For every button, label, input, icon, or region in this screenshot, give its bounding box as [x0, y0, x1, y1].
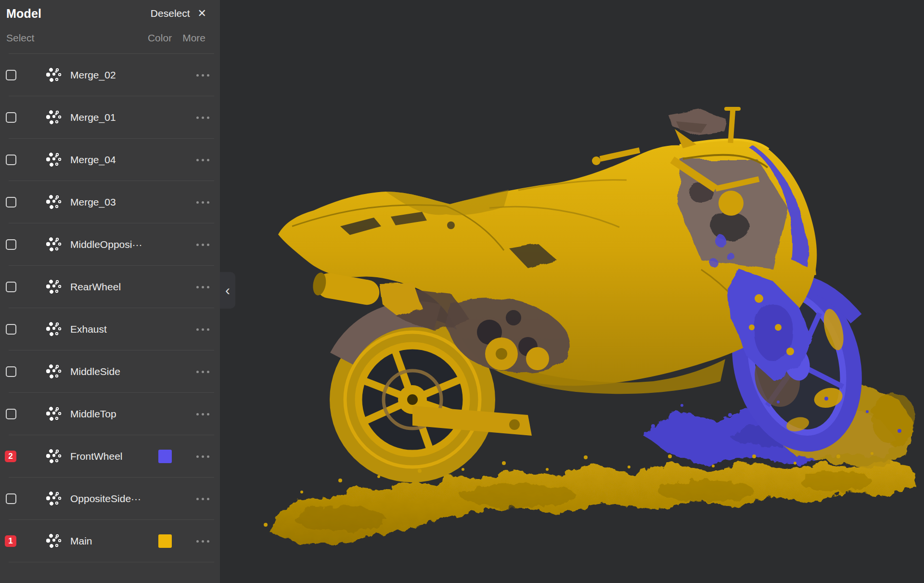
item-label[interactable]: MiddleOpposi···: [70, 239, 193, 250]
list-item-oppositeside: OppositeSide···: [0, 478, 220, 520]
more-options-icon[interactable]: [193, 68, 212, 82]
selection-order-badge: 1: [5, 535, 16, 547]
item-label[interactable]: Merge_03: [70, 196, 193, 208]
item-checkbox[interactable]: [6, 197, 16, 207]
item-checkbox[interactable]: [6, 366, 16, 377]
color-column-label: Color: [148, 32, 172, 44]
deselect-button[interactable]: Deselect: [151, 8, 190, 19]
more-options-icon[interactable]: [193, 492, 212, 506]
item-checkbox[interactable]: [6, 70, 16, 80]
more-options-icon[interactable]: [193, 364, 212, 379]
point-cloud-icon: [46, 67, 63, 83]
model-panel: Model Deselect ✕ Select Color More Merge…: [0, 0, 220, 583]
item-label[interactable]: FrontWheel: [70, 451, 158, 462]
list-item-frontwheel: 2 FrontWheel: [0, 435, 220, 478]
more-options-icon[interactable]: [193, 153, 212, 167]
more-options-icon[interactable]: [193, 449, 212, 464]
panel-title: Model: [6, 7, 41, 21]
list-item-merge-04: Merge_04: [0, 139, 220, 181]
point-cloud-icon: [46, 491, 63, 507]
point-cloud-icon: [46, 321, 63, 337]
item-label[interactable]: Merge_04: [70, 154, 193, 166]
list-item-merge-02: Merge_02: [0, 54, 220, 96]
item-label[interactable]: Merge_01: [70, 112, 193, 123]
list-item-middleopposite: MiddleOpposi···: [0, 223, 220, 266]
item-label[interactable]: Exhaust: [70, 324, 193, 335]
more-column-label: More: [182, 32, 205, 44]
panel-header: Model Deselect ✕: [0, 0, 220, 22]
model-list: Merge_02 Merge_01 Merge_04 Merge_03: [0, 54, 220, 562]
panel-collapse-button[interactable]: ‹: [220, 272, 235, 309]
item-label[interactable]: Main: [70, 535, 158, 547]
item-color-swatch[interactable]: [158, 450, 172, 463]
item-label[interactable]: MiddleSide: [70, 366, 193, 377]
item-color-swatch[interactable]: [158, 534, 172, 548]
point-cloud-icon: [46, 279, 63, 295]
point-cloud-icon: [46, 236, 63, 253]
item-checkbox[interactable]: [6, 409, 16, 419]
list-item-main: 1 Main: [0, 520, 220, 562]
more-options-icon[interactable]: [193, 280, 212, 294]
item-checkbox[interactable]: [6, 112, 16, 123]
item-label[interactable]: Merge_02: [70, 69, 193, 81]
point-cloud-icon: [46, 448, 63, 465]
more-options-icon[interactable]: [193, 322, 212, 337]
list-item-exhaust: Exhaust: [0, 308, 220, 350]
point-cloud-icon: [46, 406, 63, 422]
point-cloud-icon: [46, 533, 63, 549]
point-cloud-icon: [46, 109, 63, 126]
viewport-3d[interactable]: [220, 0, 924, 583]
close-icon[interactable]: ✕: [198, 8, 206, 19]
more-options-icon[interactable]: [193, 110, 212, 125]
select-column-label: Select: [6, 32, 34, 44]
item-label[interactable]: OppositeSide···: [70, 493, 193, 505]
item-checkbox[interactable]: [6, 239, 16, 250]
list-item-rearwheel: RearWheel: [0, 266, 220, 308]
item-label[interactable]: RearWheel: [70, 281, 193, 293]
point-cloud-icon: [46, 363, 63, 380]
more-options-icon[interactable]: [193, 195, 212, 209]
scan-scene: [220, 0, 924, 583]
more-options-icon[interactable]: [193, 237, 212, 252]
panel-column-headers: Select Color More: [0, 22, 220, 54]
list-item-merge-01: Merge_01: [0, 96, 220, 139]
list-item-middletop: MiddleTop: [0, 393, 220, 435]
more-options-icon[interactable]: [193, 407, 212, 421]
more-options-icon[interactable]: [193, 534, 212, 548]
item-checkbox[interactable]: [6, 155, 16, 165]
item-checkbox[interactable]: [6, 493, 16, 504]
selection-order-badge: 2: [5, 451, 16, 462]
list-item-middleside: MiddleSide: [0, 350, 220, 393]
chevron-left-icon: ‹: [225, 282, 230, 298]
point-cloud-icon: [46, 194, 63, 210]
list-item-merge-03: Merge_03: [0, 181, 220, 223]
point-cloud-icon: [46, 152, 63, 168]
item-label[interactable]: MiddleTop: [70, 408, 193, 420]
item-checkbox[interactable]: [6, 324, 16, 335]
item-checkbox[interactable]: [6, 282, 16, 292]
scan-app: Model Deselect ✕ Select Color More Merge…: [0, 0, 924, 583]
